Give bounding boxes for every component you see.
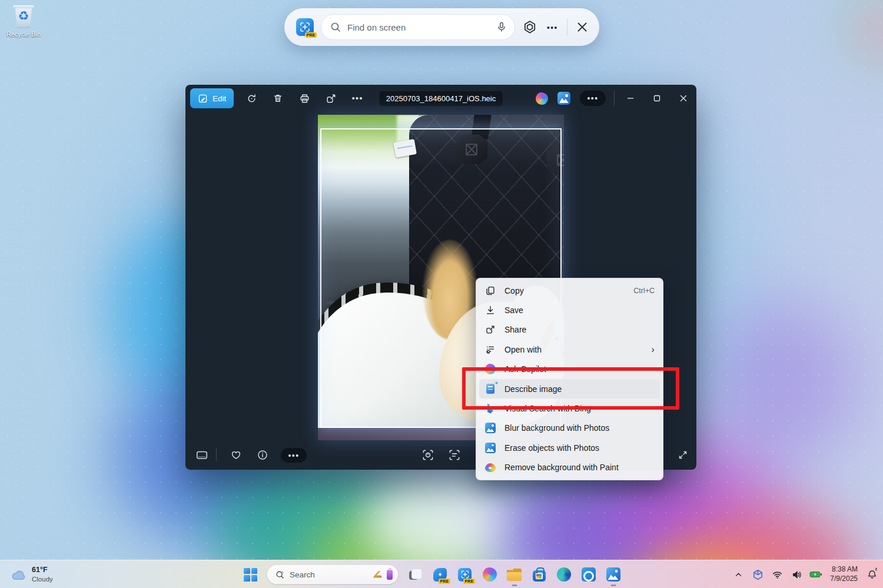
task-view-button[interactable] bbox=[408, 567, 423, 582]
pre-badge: PRE bbox=[439, 579, 450, 584]
visual-search-icon[interactable] bbox=[421, 448, 435, 462]
desktop: ♻ Recycle Bin PRE bbox=[0, 0, 883, 588]
save-icon bbox=[484, 304, 496, 316]
menu-item-erase-objects[interactable]: Erase objects with Photos bbox=[479, 438, 660, 457]
running-indicator bbox=[610, 584, 616, 586]
more-tools-pill[interactable]: ••• bbox=[281, 448, 307, 463]
minimize-button[interactable] bbox=[617, 85, 643, 112]
copilot-app-button[interactable] bbox=[482, 567, 497, 582]
edge-icon bbox=[557, 567, 571, 582]
bloom-center bbox=[365, 471, 518, 571]
bing-icon bbox=[487, 404, 494, 414]
menu-item-copy[interactable]: Copy Ctrl+C bbox=[479, 281, 660, 300]
copy-icon bbox=[484, 285, 496, 297]
filmstrip-toggle-icon[interactable] bbox=[195, 448, 209, 462]
microsoft-store-button[interactable] bbox=[532, 567, 546, 582]
clock-date: 7/9/2025 bbox=[830, 574, 858, 584]
outlook-button[interactable] bbox=[581, 567, 596, 582]
menu-item-describe-image[interactable]: Describe image bbox=[479, 379, 660, 398]
start-button[interactable] bbox=[244, 568, 257, 582]
copilot-icon[interactable] bbox=[536, 92, 548, 105]
menu-item-open-with[interactable]: Open with › bbox=[479, 340, 660, 359]
recall-app-button[interactable]: ✦ PRE bbox=[433, 567, 447, 582]
find-on-screen-input[interactable] bbox=[347, 22, 490, 32]
find-on-screen-field[interactable] bbox=[321, 14, 515, 40]
close-icon[interactable] bbox=[575, 17, 590, 37]
photos-app-icon[interactable] bbox=[557, 92, 570, 105]
file-explorer-icon bbox=[507, 569, 522, 581]
fullscreen-expand-icon[interactable] bbox=[676, 448, 690, 462]
cloud-icon bbox=[11, 568, 27, 581]
menu-item-visual-search-bing[interactable]: Visual Search with Bing bbox=[479, 398, 660, 418]
rotate-icon[interactable] bbox=[243, 89, 260, 107]
titlebar-right: ••• bbox=[536, 85, 696, 112]
edge-browser-button[interactable] bbox=[556, 567, 571, 582]
file-explorer-button[interactable] bbox=[507, 567, 522, 582]
edit-button-label: Edit bbox=[213, 94, 226, 103]
submenu-chevron-icon: › bbox=[651, 344, 655, 354]
microsoft-store-icon bbox=[532, 567, 546, 582]
copilot-icon bbox=[485, 364, 496, 374]
search-highlight-heel-image bbox=[373, 571, 382, 579]
menu-item-ask-copilot[interactable]: Ask Copilot bbox=[479, 360, 660, 379]
close-window-button[interactable] bbox=[670, 85, 696, 112]
microphone-icon[interactable] bbox=[496, 21, 507, 33]
share-icon bbox=[484, 324, 496, 335]
photos-icon bbox=[485, 423, 496, 433]
print-icon[interactable] bbox=[296, 89, 313, 107]
paint-icon bbox=[485, 463, 496, 472]
menu-item-blur-background[interactable]: Blur background with Photos bbox=[479, 418, 660, 438]
info-icon[interactable] bbox=[255, 448, 270, 462]
see-more-icon[interactable]: ••• bbox=[348, 89, 366, 107]
taskbar: 61°F Cloudy Search ✦ PRE bbox=[0, 560, 883, 588]
photos-icon bbox=[606, 567, 620, 582]
taskbar-search-box[interactable]: Search bbox=[267, 565, 398, 584]
more-options-icon[interactable]: ••• bbox=[545, 17, 560, 37]
share-icon[interactable] bbox=[322, 89, 340, 107]
search-highlight-perfume-image bbox=[387, 570, 393, 580]
extract-text-icon[interactable] bbox=[447, 448, 462, 462]
menu-item-remove-background[interactable]: Remove background with Paint bbox=[479, 458, 660, 477]
task-view-icon bbox=[409, 569, 422, 580]
divider bbox=[216, 449, 217, 461]
corner-accent bbox=[848, 0, 883, 65]
delete-icon[interactable] bbox=[269, 89, 287, 107]
wifi-icon[interactable] bbox=[769, 566, 785, 583]
search-label: Search bbox=[290, 570, 369, 579]
recycle-bin-shortcut[interactable]: ♻ Recycle Bin bbox=[5, 4, 42, 38]
tray-3d-box-icon[interactable] bbox=[750, 566, 765, 583]
taskbar-center: Search ✦ PRE PRE bbox=[244, 560, 620, 588]
weather-widget[interactable]: 61°F Cloudy bbox=[6, 560, 58, 588]
taskbar-clock[interactable]: 8:38 AM 7/9/2025 bbox=[828, 565, 860, 583]
click-to-do-button[interactable]: PRE bbox=[457, 567, 472, 582]
search-icon bbox=[330, 21, 341, 33]
edit-button[interactable]: Edit bbox=[190, 88, 234, 108]
notification-bell-icon[interactable]: z bbox=[864, 566, 879, 583]
copilot-icon bbox=[483, 567, 497, 582]
maximize-button[interactable] bbox=[643, 85, 670, 112]
volume-icon[interactable] bbox=[789, 566, 804, 583]
more-commands-pill[interactable]: ••• bbox=[580, 91, 606, 106]
think-deeper-icon[interactable] bbox=[522, 17, 537, 37]
recycle-bin-label: Recycle Bin bbox=[5, 31, 42, 38]
edit-image-icon bbox=[198, 94, 208, 104]
favorite-heart-icon[interactable] bbox=[229, 448, 243, 462]
weather-temperature: 61°F bbox=[32, 566, 53, 575]
menu-item-save[interactable]: Save bbox=[479, 300, 660, 320]
click-to-do-app-icon: PRE bbox=[296, 18, 314, 36]
photos-titlebar: Edit bbox=[185, 85, 696, 112]
system-tray: 8:38 AM 7/9/2025 z bbox=[731, 560, 879, 588]
pre-badge: PRE bbox=[305, 32, 317, 38]
tray-chevron-up-icon[interactable] bbox=[731, 566, 746, 583]
describe-image-icon bbox=[486, 384, 494, 394]
divider bbox=[567, 19, 567, 35]
photos-app-button[interactable] bbox=[606, 567, 620, 582]
filename-title: 20250703_184600417_iOS.heic bbox=[380, 91, 503, 106]
recycle-bin-icon: ♻ bbox=[12, 4, 35, 29]
battery-icon[interactable] bbox=[808, 566, 824, 583]
open-with-icon bbox=[484, 344, 496, 356]
search-icon bbox=[275, 570, 285, 580]
context-menu: Copy Ctrl+C Save Share bbox=[476, 278, 663, 480]
menu-item-share[interactable]: Share bbox=[479, 320, 660, 340]
photos-icon bbox=[485, 443, 496, 453]
